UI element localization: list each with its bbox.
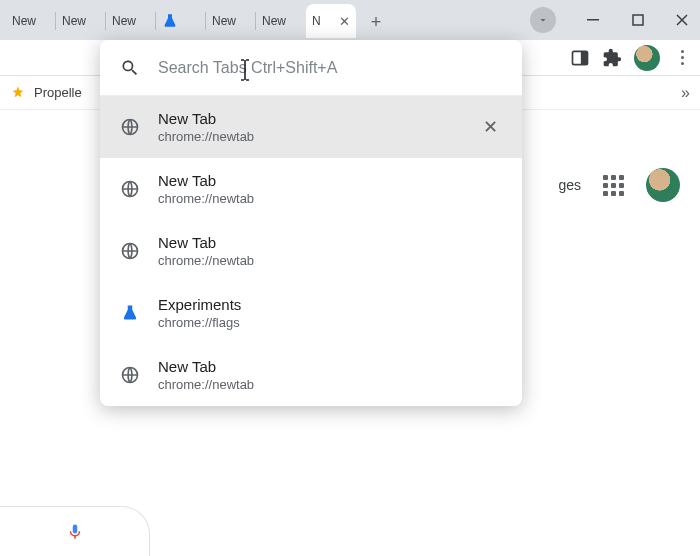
- tab-search-button[interactable]: [530, 7, 556, 33]
- minimize-button[interactable]: [584, 10, 604, 30]
- tab-search-item-url: chrome://newtab: [158, 253, 502, 268]
- tab-4[interactable]: New: [206, 4, 256, 38]
- tab-search-row: [100, 40, 522, 96]
- close-window-button[interactable]: [672, 10, 692, 30]
- search-box-fragment[interactable]: [0, 506, 150, 556]
- new-tab-button[interactable]: +: [362, 8, 390, 36]
- tab-search-item[interactable]: New Tab chrome://newtab: [100, 158, 522, 220]
- tab-label: N: [312, 14, 321, 28]
- tab-search-item-url: chrome://flags: [158, 315, 502, 330]
- tab-label: New: [112, 14, 136, 28]
- images-link-fragment[interactable]: ges: [558, 177, 581, 193]
- tab-strip: New New New New New N ✕: [6, 4, 356, 40]
- tab-label: New: [12, 14, 36, 28]
- mic-icon[interactable]: [66, 523, 84, 541]
- tab-search-input[interactable]: [158, 59, 502, 77]
- bookmark-label[interactable]: Propelle: [34, 85, 82, 100]
- tab-search-panel: New Tab chrome://newtab ✕ New Tab chrome…: [100, 40, 522, 406]
- close-icon[interactable]: ✕: [339, 14, 350, 29]
- tab-0[interactable]: New: [6, 4, 56, 38]
- maximize-button[interactable]: [628, 10, 648, 30]
- tab-search-item-title: New Tab: [158, 358, 502, 375]
- tab-1[interactable]: New: [56, 4, 106, 38]
- tab-2[interactable]: New: [106, 4, 156, 38]
- tab-search-list: New Tab chrome://newtab ✕ New Tab chrome…: [100, 96, 522, 406]
- bookmarks-overflow-button[interactable]: »: [681, 84, 690, 102]
- svg-rect-3: [581, 51, 588, 64]
- chrome-menu-button[interactable]: [672, 48, 692, 68]
- titlebar: New New New New New N ✕ +: [0, 0, 700, 40]
- tab-6-active[interactable]: N ✕: [306, 4, 356, 38]
- tab-label: New: [262, 14, 286, 28]
- tab-label: New: [62, 14, 86, 28]
- svg-rect-1: [633, 15, 643, 25]
- side-panel-icon[interactable]: [570, 48, 590, 68]
- tab-search-item[interactable]: New Tab chrome://newtab: [100, 344, 522, 406]
- profile-avatar[interactable]: [634, 45, 660, 71]
- search-icon: [120, 58, 140, 78]
- tab-search-item-title: Experiments: [158, 296, 502, 313]
- tab-search-item[interactable]: Experiments chrome://flags: [100, 282, 522, 344]
- tab-search-item-url: chrome://newtab: [158, 377, 502, 392]
- window-controls: [530, 0, 692, 40]
- globe-icon: [120, 241, 140, 261]
- close-icon[interactable]: ✕: [479, 112, 502, 142]
- tab-search-item[interactable]: New Tab chrome://newtab ✕: [100, 96, 522, 158]
- account-avatar[interactable]: [646, 168, 680, 202]
- content-header-right: ges: [558, 168, 680, 202]
- tab-search-item-title: New Tab: [158, 234, 502, 251]
- tab-search-item[interactable]: New Tab chrome://newtab: [100, 220, 522, 282]
- flask-icon: [162, 13, 178, 29]
- tab-search-item-title: New Tab: [158, 110, 461, 127]
- svg-rect-0: [587, 19, 599, 21]
- extensions-icon[interactable]: [602, 48, 622, 68]
- globe-icon: [120, 365, 140, 385]
- bookmark-favicon: [10, 85, 26, 101]
- flask-icon: [120, 303, 140, 323]
- tab-5[interactable]: New: [256, 4, 306, 38]
- globe-icon: [120, 179, 140, 199]
- tab-search-item-url: chrome://newtab: [158, 129, 461, 144]
- tab-3[interactable]: [156, 4, 206, 38]
- apps-grid-icon[interactable]: [603, 175, 624, 196]
- globe-icon: [120, 117, 140, 137]
- tab-search-item-url: chrome://newtab: [158, 191, 502, 206]
- kebab-icon: [681, 50, 684, 65]
- tab-search-item-title: New Tab: [158, 172, 502, 189]
- tab-label: New: [212, 14, 236, 28]
